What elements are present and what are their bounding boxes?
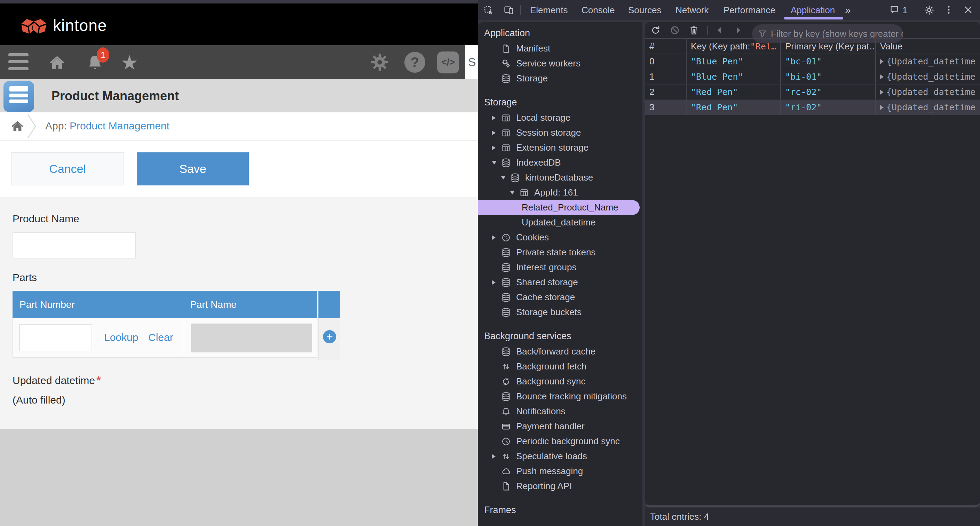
tree-item-service-workers[interactable]: Service workers [478, 56, 643, 71]
tree-item-label: Extension storage [516, 142, 589, 153]
column-header-index[interactable]: # [645, 39, 687, 54]
expand-icon[interactable] [880, 59, 884, 64]
devtools-tab-elements[interactable]: Elements [530, 0, 568, 20]
devtools-tab-console[interactable]: Console [582, 0, 614, 20]
kebab-menu-icon[interactable] [943, 5, 955, 16]
tree-item-bounce-tracking-mitigations[interactable]: Bounce tracking mitigations [478, 389, 643, 404]
devtools-tab-performance[interactable]: Performance [724, 0, 775, 20]
disclosure-right-icon[interactable] [492, 454, 501, 459]
home-icon[interactable] [47, 52, 67, 72]
product-name-label: Product Name [13, 213, 80, 225]
star-icon[interactable]: ★ [121, 51, 138, 75]
tree-item-cookies[interactable]: Cookies [478, 230, 643, 245]
tree-item-kintonedatabase[interactable]: kintoneDatabase [478, 170, 643, 185]
expand-icon[interactable] [880, 90, 884, 95]
tree-item-push-messaging[interactable]: Push messaging [478, 464, 643, 479]
tree-item-private-state-tokens[interactable]: Private state tokens [478, 245, 643, 260]
record-form: Product Name Parts Part Number Part Name… [0, 197, 478, 429]
kintone-logo-icon[interactable] [21, 14, 47, 40]
tree-item-payment-handler[interactable]: Payment handler [478, 419, 643, 434]
issues-count[interactable]: 1 [902, 0, 907, 20]
close-devtools-icon[interactable] [963, 5, 974, 16]
tree-item-label: Cache storage [516, 292, 575, 303]
cell-primary-key: "ri-02" [781, 100, 876, 115]
notification-badge[interactable]: 1 [97, 47, 109, 63]
kintone-page: kintone 1 ★ ? </> S Product Management [0, 0, 478, 526]
tree-item-manifest[interactable]: Manifest [478, 41, 643, 56]
delete-selected-icon[interactable] [688, 25, 700, 36]
grid-row-1[interactable]: 1"Blue Pen""bi-01"{Updated_datetime [645, 69, 980, 84]
kintone-logo-text[interactable]: kintone [53, 16, 107, 35]
disclosure-right-icon[interactable] [492, 145, 501, 150]
part-number-input[interactable] [19, 324, 92, 351]
db-icon [501, 391, 511, 402]
tree-item-back-forward-cache[interactable]: Back/forward cache [478, 344, 643, 359]
cookie-icon [501, 232, 511, 243]
issues-bubble-icon[interactable] [889, 5, 900, 16]
grid-row-3[interactable]: 3"Red Pen""ri-02"{Updated_datetime [645, 100, 980, 115]
clear-link[interactable]: Clear [148, 332, 173, 343]
more-tabs-icon[interactable]: » [845, 0, 851, 20]
gear-icon[interactable] [369, 52, 390, 72]
page-forward-icon[interactable] [734, 26, 745, 37]
indexeddb-toolbar: Filter by key (show keys greater or [645, 22, 980, 38]
db-icon [501, 157, 511, 168]
tree-item-background-sync[interactable]: Background sync [478, 374, 643, 389]
disclosure-right-icon[interactable] [492, 280, 501, 285]
breadcrumb-home-icon[interactable] [10, 118, 25, 133]
disclosure-down-icon[interactable] [501, 176, 510, 180]
tree-item-related-product-name[interactable]: Related_Product_Name [478, 200, 640, 215]
tree-item-updated-datetime[interactable]: Updated_datetime [478, 215, 643, 230]
tree-item-shared-storage[interactable]: Shared storage [478, 275, 643, 290]
tree-item-storage-buckets[interactable]: Storage buckets [478, 305, 643, 320]
column-header-value[interactable]: Value [876, 39, 980, 54]
hamburger-menu-icon[interactable] [8, 49, 29, 74]
page-back-icon[interactable] [715, 26, 726, 37]
disclosure-right-icon[interactable] [492, 116, 501, 120]
cell-index: 2 [645, 84, 687, 100]
breadcrumb-app-link[interactable]: Product Management [70, 120, 169, 132]
cancel-button[interactable]: Cancel [11, 153, 124, 186]
devtools-tab-sources[interactable]: Sources [628, 0, 661, 20]
tree-item-periodic-background-sync[interactable]: Periodic background sync [478, 434, 643, 449]
tree-item-notifications[interactable]: Notifications [478, 404, 643, 419]
device-toolbar-icon[interactable] [503, 5, 514, 16]
breadcrumb: App: Product Management [0, 112, 478, 141]
disclosure-right-icon[interactable] [492, 130, 501, 135]
product-name-input[interactable] [13, 232, 136, 259]
save-button[interactable]: Save [137, 153, 249, 186]
disclosure-down-icon[interactable] [492, 161, 501, 165]
cell-primary-key: "bc-01" [781, 54, 876, 69]
tree-item-indexeddb[interactable]: IndexedDB [478, 155, 643, 170]
tree-item-cache-storage[interactable]: Cache storage [478, 290, 643, 305]
tree-item-background-fetch[interactable]: Background fetch [478, 359, 643, 374]
help-icon[interactable]: ? [404, 52, 425, 73]
tree-item-label: Background fetch [516, 361, 586, 372]
tree-item-appid-161[interactable]: AppId: 161 [478, 185, 643, 200]
devtools-tab-network[interactable]: Network [676, 0, 708, 20]
expand-icon[interactable] [880, 105, 884, 110]
cell-value: {Updated_datetime [876, 100, 980, 115]
tree-item-session-storage[interactable]: Session storage [478, 125, 643, 140]
column-header-primary-key[interactable]: Primary key (Key pat… [781, 39, 876, 54]
grid-row-2[interactable]: 2"Red Pen""rc-02"{Updated_datetime [645, 84, 980, 100]
column-header-key[interactable]: Key (Key path: "Rel… [687, 39, 781, 54]
code-icon[interactable]: </> [437, 51, 459, 73]
disclosure-down-icon[interactable] [510, 191, 519, 194]
settings-gear-icon[interactable] [923, 4, 934, 15]
refresh-icon[interactable] [650, 25, 661, 36]
tree-item-reporting-api[interactable]: Reporting API [478, 479, 643, 494]
tree-item-extension-storage[interactable]: Extension storage [478, 140, 643, 155]
tree-item-interest-groups[interactable]: Interest groups [478, 260, 643, 275]
tree-item-storage[interactable]: Storage [478, 71, 643, 86]
add-row-button[interactable]: + [323, 330, 336, 343]
disclosure-right-icon[interactable] [492, 235, 501, 240]
grid-row-0[interactable]: 0"Blue Pen""bc-01"{Updated_datetime [645, 54, 980, 69]
tree-item-local-storage[interactable]: Local storage [478, 110, 643, 125]
clear-object-store-icon[interactable] [669, 25, 680, 36]
app-icon[interactable] [3, 81, 34, 112]
lookup-link[interactable]: Lookup [104, 332, 138, 343]
expand-icon[interactable] [880, 75, 884, 79]
tree-item-speculative-loads[interactable]: Speculative loads [478, 449, 643, 464]
inspect-element-icon[interactable] [483, 5, 494, 16]
